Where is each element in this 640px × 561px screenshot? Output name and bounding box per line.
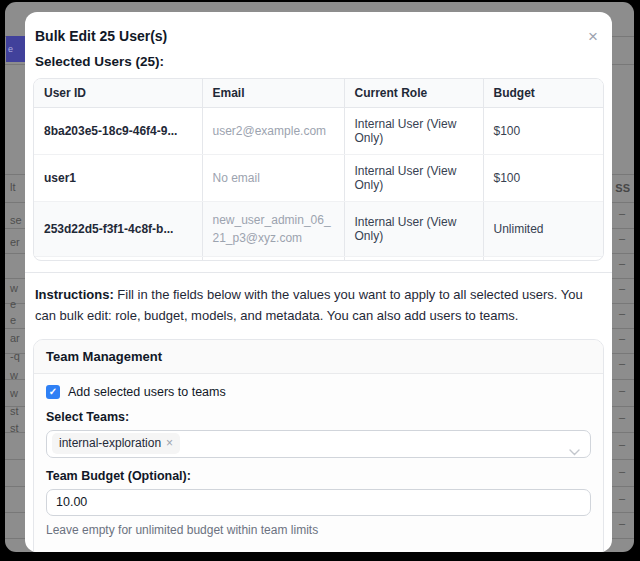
select-teams-dropdown[interactable]: internal-exploration × bbox=[46, 430, 591, 458]
col-header-user-id: User ID bbox=[34, 79, 202, 108]
selected-team-tag-label: internal-exploration bbox=[59, 436, 161, 450]
cell-email: No email bbox=[202, 155, 344, 202]
team-management-section: Team Management ✓ Add selected users to … bbox=[33, 339, 604, 552]
instructions-text: Instructions: Fill in the fields below w… bbox=[33, 285, 604, 327]
team-footer-note: Users will be added with "user" role by … bbox=[46, 550, 591, 552]
table-row: 8ba203e5-18c9-46f4-9... user2@example.co… bbox=[34, 108, 603, 155]
add-users-to-teams-label: Add selected users to teams bbox=[68, 385, 226, 399]
cell-role: Internal User (View Only) bbox=[344, 257, 483, 262]
cell-role: Internal User (View Only) bbox=[344, 155, 483, 202]
bulk-edit-modal: Bulk Edit 25 User(s) × Selected Users (2… bbox=[25, 12, 612, 552]
team-management-body: ✓ Add selected users to teams Select Tea… bbox=[34, 374, 603, 552]
close-icon[interactable]: × bbox=[588, 28, 598, 45]
cell-role: Internal User (View Only) bbox=[344, 108, 483, 155]
cell-user-id: 5dbd2335-cdd6-47ca-b... bbox=[34, 257, 202, 262]
col-header-email: Email bbox=[202, 79, 344, 108]
cell-role: Internal User (View Only) bbox=[344, 202, 483, 257]
checkbox-checked-icon[interactable]: ✓ bbox=[46, 385, 60, 399]
add-users-to-teams-checkbox-row[interactable]: ✓ Add selected users to teams bbox=[46, 385, 591, 399]
col-header-budget: Budget bbox=[483, 79, 603, 108]
table-header-row: User ID Email Current Role Budget bbox=[34, 79, 603, 108]
modal-title: Bulk Edit 25 User(s) bbox=[35, 28, 167, 44]
cell-budget: $100 bbox=[483, 108, 603, 155]
cell-user-id: user1 bbox=[34, 155, 202, 202]
bg-column-header-fragment: SS bbox=[615, 183, 630, 194]
team-budget-label: Team Budget (Optional): bbox=[46, 469, 591, 483]
table-row: 253d22d5-f3f1-4c8f-b... new_user_admin_0… bbox=[34, 202, 603, 257]
table-row: 5dbd2335-cdd6-47ca-b... inter Internal U… bbox=[34, 257, 603, 262]
select-teams-label: Select Teams: bbox=[46, 410, 591, 424]
instructions-lead: Instructions: bbox=[35, 287, 114, 302]
modal-header: Bulk Edit 25 User(s) × bbox=[33, 28, 604, 45]
cell-email: inter bbox=[202, 257, 344, 262]
cell-budget: Unlimited bbox=[483, 202, 603, 257]
background-selected-sidebar-item: e bbox=[6, 36, 26, 62]
selected-users-table-container[interactable]: User ID Email Current Role Budget 8ba203… bbox=[33, 78, 604, 261]
selected-users-label: Selected Users (25): bbox=[33, 54, 604, 69]
cell-budget: $100 bbox=[483, 155, 603, 202]
remove-tag-icon[interactable]: × bbox=[166, 436, 173, 450]
section-divider bbox=[25, 272, 612, 273]
cell-user-id: 253d22d5-f3f1-4c8f-b... bbox=[34, 202, 202, 257]
chevron-down-icon[interactable] bbox=[569, 442, 580, 460]
cell-email: user2@example.com bbox=[202, 108, 344, 155]
table-row: user1 No email Internal User (View Only)… bbox=[34, 155, 603, 202]
cell-email: new_user_admin_06_21_p3@xyz.com bbox=[202, 202, 344, 257]
cell-user-id: 8ba203e5-18c9-46f4-9... bbox=[34, 108, 202, 155]
team-management-header: Team Management bbox=[34, 340, 603, 374]
team-budget-input[interactable] bbox=[46, 489, 591, 516]
selected-users-table: User ID Email Current Role Budget 8ba203… bbox=[34, 79, 603, 261]
selected-team-tag: internal-exploration × bbox=[52, 433, 180, 453]
instructions-body: Fill in the fields below with the values… bbox=[35, 287, 583, 323]
dimmed-background-window: e ltseerweear-qwwstst SS ––––––––––––– B… bbox=[5, 2, 634, 552]
col-header-current-role: Current Role bbox=[344, 79, 483, 108]
cell-budget: Unlimited bbox=[483, 257, 603, 262]
budget-helper-text: Leave empty for unlimited budget within … bbox=[46, 523, 591, 537]
